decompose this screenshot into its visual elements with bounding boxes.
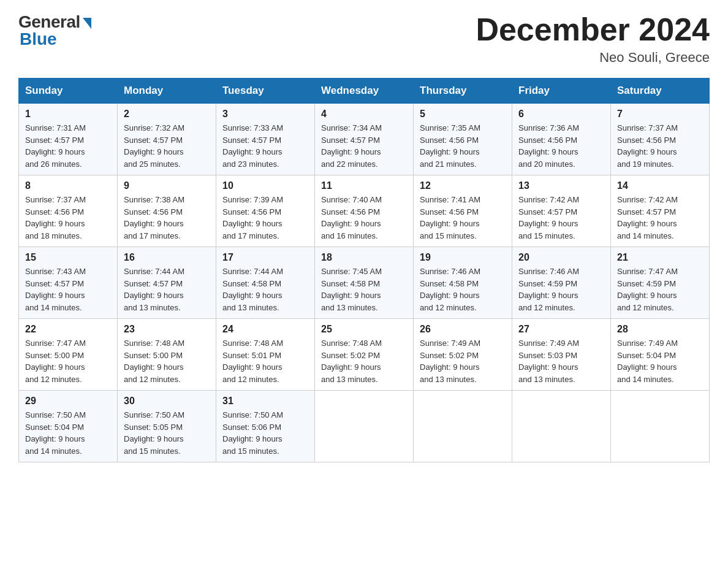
day-info: Sunrise: 7:43 AMSunset: 4:57 PMDaylight:… <box>25 266 111 313</box>
calendar-cell <box>315 391 414 462</box>
day-number: 21 <box>617 252 703 263</box>
day-number: 7 <box>617 109 703 120</box>
calendar-cell: 16Sunrise: 7:44 AMSunset: 4:57 PMDayligh… <box>118 247 216 319</box>
day-info: Sunrise: 7:34 AMSunset: 4:57 PMDaylight:… <box>321 122 407 170</box>
calendar-cell: 15Sunrise: 7:43 AMSunset: 4:57 PMDayligh… <box>19 247 118 319</box>
weekday-header-wednesday: Wednesday <box>315 79 414 104</box>
day-info: Sunrise: 7:42 AMSunset: 4:57 PMDaylight:… <box>518 194 604 242</box>
day-info: Sunrise: 7:47 AMSunset: 4:59 PMDaylight:… <box>617 266 703 313</box>
calendar-cell: 25Sunrise: 7:48 AMSunset: 5:02 PMDayligh… <box>315 319 414 391</box>
calendar-cell <box>611 391 710 462</box>
day-number: 30 <box>124 396 210 407</box>
calendar-cell: 3Sunrise: 7:33 AMSunset: 4:57 PMDaylight… <box>216 104 315 175</box>
calendar-cell: 19Sunrise: 7:46 AMSunset: 4:58 PMDayligh… <box>414 247 512 319</box>
day-number: 24 <box>222 324 308 335</box>
day-info: Sunrise: 7:41 AMSunset: 4:56 PMDaylight:… <box>420 194 506 242</box>
day-info: Sunrise: 7:45 AMSunset: 4:58 PMDaylight:… <box>321 266 407 313</box>
logo-blue-text: Blue <box>20 29 57 49</box>
calendar-cell: 7Sunrise: 7:37 AMSunset: 4:56 PMDaylight… <box>611 104 710 175</box>
calendar-cell: 31Sunrise: 7:50 AMSunset: 5:06 PMDayligh… <box>216 391 315 462</box>
day-info: Sunrise: 7:44 AMSunset: 4:58 PMDaylight:… <box>222 266 308 313</box>
calendar-cell: 26Sunrise: 7:49 AMSunset: 5:02 PMDayligh… <box>414 319 512 391</box>
calendar-cell: 12Sunrise: 7:41 AMSunset: 4:56 PMDayligh… <box>414 175 512 247</box>
calendar-cell: 30Sunrise: 7:50 AMSunset: 5:05 PMDayligh… <box>118 391 216 462</box>
day-number: 8 <box>25 180 111 191</box>
day-number: 26 <box>420 324 506 335</box>
calendar-table: SundayMondayTuesdayWednesdayThursdayFrid… <box>18 78 710 462</box>
day-number: 6 <box>518 109 604 120</box>
day-info: Sunrise: 7:48 AMSunset: 5:02 PMDaylight:… <box>321 337 407 385</box>
calendar-week-row: 22Sunrise: 7:47 AMSunset: 5:00 PMDayligh… <box>19 319 710 391</box>
day-number: 13 <box>518 180 604 191</box>
day-number: 22 <box>25 324 111 335</box>
day-info: Sunrise: 7:42 AMSunset: 4:57 PMDaylight:… <box>617 194 703 242</box>
day-info: Sunrise: 7:31 AMSunset: 4:57 PMDaylight:… <box>25 122 111 170</box>
logo-arrow-icon <box>83 18 91 29</box>
day-info: Sunrise: 7:36 AMSunset: 4:56 PMDaylight:… <box>518 122 604 170</box>
day-info: Sunrise: 7:44 AMSunset: 4:57 PMDaylight:… <box>124 266 210 313</box>
day-number: 31 <box>222 396 308 407</box>
calendar-cell: 1Sunrise: 7:31 AMSunset: 4:57 PMDaylight… <box>19 104 118 175</box>
day-info: Sunrise: 7:38 AMSunset: 4:56 PMDaylight:… <box>124 194 210 242</box>
weekday-header-saturday: Saturday <box>611 79 710 104</box>
day-info: Sunrise: 7:48 AMSunset: 5:01 PMDaylight:… <box>222 337 308 385</box>
calendar-cell: 29Sunrise: 7:50 AMSunset: 5:04 PMDayligh… <box>19 391 118 462</box>
day-info: Sunrise: 7:46 AMSunset: 4:59 PMDaylight:… <box>518 266 604 313</box>
calendar-week-row: 29Sunrise: 7:50 AMSunset: 5:04 PMDayligh… <box>19 391 710 462</box>
day-number: 28 <box>617 324 703 335</box>
calendar-cell: 27Sunrise: 7:49 AMSunset: 5:03 PMDayligh… <box>512 319 611 391</box>
day-number: 12 <box>420 180 506 191</box>
weekday-header-sunday: Sunday <box>19 79 118 104</box>
day-info: Sunrise: 7:33 AMSunset: 4:57 PMDaylight:… <box>222 122 308 170</box>
calendar-cell: 14Sunrise: 7:42 AMSunset: 4:57 PMDayligh… <box>611 175 710 247</box>
calendar-cell: 17Sunrise: 7:44 AMSunset: 4:58 PMDayligh… <box>216 247 315 319</box>
day-info: Sunrise: 7:50 AMSunset: 5:05 PMDaylight:… <box>124 409 210 457</box>
calendar-cell: 6Sunrise: 7:36 AMSunset: 4:56 PMDaylight… <box>512 104 611 175</box>
day-number: 15 <box>25 252 111 263</box>
day-number: 27 <box>518 324 604 335</box>
day-number: 17 <box>222 252 308 263</box>
day-number: 25 <box>321 324 407 335</box>
calendar-cell: 5Sunrise: 7:35 AMSunset: 4:56 PMDaylight… <box>414 104 512 175</box>
day-info: Sunrise: 7:49 AMSunset: 5:02 PMDaylight:… <box>420 337 506 385</box>
calendar-cell <box>414 391 512 462</box>
weekday-header-tuesday: Tuesday <box>216 79 315 104</box>
day-number: 20 <box>518 252 604 263</box>
title-block: December 2024 Neo Souli, Greece <box>476 12 710 66</box>
day-number: 14 <box>617 180 703 191</box>
day-number: 9 <box>124 180 210 191</box>
day-number: 3 <box>222 109 308 120</box>
calendar-week-row: 8Sunrise: 7:37 AMSunset: 4:56 PMDaylight… <box>19 175 710 247</box>
day-info: Sunrise: 7:50 AMSunset: 5:06 PMDaylight:… <box>222 409 308 457</box>
day-number: 16 <box>124 252 210 263</box>
day-info: Sunrise: 7:49 AMSunset: 5:03 PMDaylight:… <box>518 337 604 385</box>
day-info: Sunrise: 7:40 AMSunset: 4:56 PMDaylight:… <box>321 194 407 242</box>
day-info: Sunrise: 7:37 AMSunset: 4:56 PMDaylight:… <box>25 194 111 242</box>
calendar-cell: 20Sunrise: 7:46 AMSunset: 4:59 PMDayligh… <box>512 247 611 319</box>
day-info: Sunrise: 7:48 AMSunset: 5:00 PMDaylight:… <box>124 337 210 385</box>
day-number: 4 <box>321 109 407 120</box>
day-info: Sunrise: 7:37 AMSunset: 4:56 PMDaylight:… <box>617 122 703 170</box>
day-info: Sunrise: 7:50 AMSunset: 5:04 PMDaylight:… <box>25 409 111 457</box>
calendar-cell <box>512 391 611 462</box>
page-header: General Blue December 2024 Neo Souli, Gr… <box>18 12 710 66</box>
day-info: Sunrise: 7:47 AMSunset: 5:00 PMDaylight:… <box>25 337 111 385</box>
calendar-cell: 10Sunrise: 7:39 AMSunset: 4:56 PMDayligh… <box>216 175 315 247</box>
calendar-cell: 13Sunrise: 7:42 AMSunset: 4:57 PMDayligh… <box>512 175 611 247</box>
day-number: 5 <box>420 109 506 120</box>
calendar-week-row: 1Sunrise: 7:31 AMSunset: 4:57 PMDaylight… <box>19 104 710 175</box>
calendar-cell: 28Sunrise: 7:49 AMSunset: 5:04 PMDayligh… <box>611 319 710 391</box>
logo: General Blue <box>18 12 91 49</box>
calendar-week-row: 15Sunrise: 7:43 AMSunset: 4:57 PMDayligh… <box>19 247 710 319</box>
day-info: Sunrise: 7:35 AMSunset: 4:56 PMDaylight:… <box>420 122 506 170</box>
calendar-cell: 11Sunrise: 7:40 AMSunset: 4:56 PMDayligh… <box>315 175 414 247</box>
day-number: 10 <box>222 180 308 191</box>
day-info: Sunrise: 7:49 AMSunset: 5:04 PMDaylight:… <box>617 337 703 385</box>
calendar-cell: 18Sunrise: 7:45 AMSunset: 4:58 PMDayligh… <box>315 247 414 319</box>
month-year-title: December 2024 <box>476 12 710 47</box>
calendar-cell: 23Sunrise: 7:48 AMSunset: 5:00 PMDayligh… <box>118 319 216 391</box>
day-number: 23 <box>124 324 210 335</box>
weekday-header-thursday: Thursday <box>414 79 512 104</box>
day-info: Sunrise: 7:32 AMSunset: 4:57 PMDaylight:… <box>124 122 210 170</box>
calendar-cell: 4Sunrise: 7:34 AMSunset: 4:57 PMDaylight… <box>315 104 414 175</box>
